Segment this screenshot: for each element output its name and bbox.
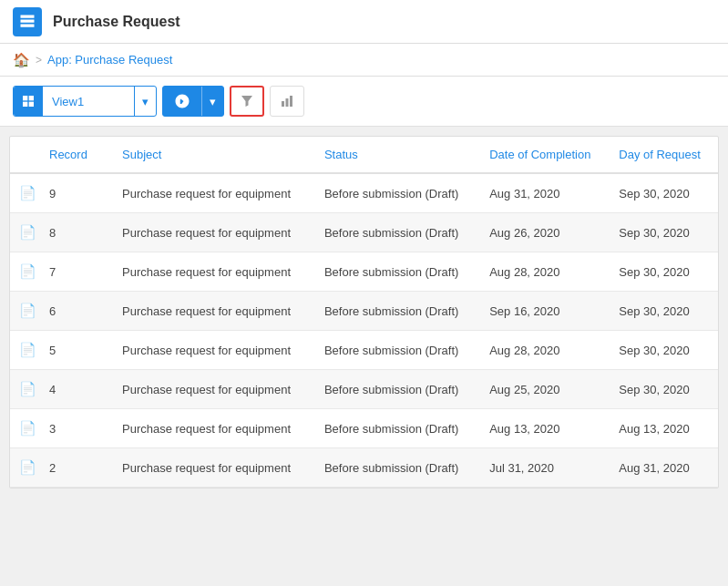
col-header-record[interactable]: Record	[40, 137, 113, 173]
row-status: Before submission (Draft)	[315, 252, 480, 292]
table-row[interactable]: 📄 2 Purchase request for equipment Befor…	[10, 448, 718, 488]
row-doc-icon: 📄	[10, 370, 40, 409]
toolbar: View1 ▾ ▾	[0, 77, 728, 127]
row-status: Before submission (Draft)	[315, 292, 480, 331]
row-doc-icon: 📄	[10, 252, 40, 292]
title-bar: Purchase Request	[0, 0, 728, 44]
row-subject: Purchase request for equipment	[113, 448, 315, 488]
chart-button[interactable]	[270, 86, 304, 117]
home-icon[interactable]: 🏠	[13, 52, 30, 68]
row-record-num: 6	[40, 292, 113, 331]
action-chevron[interactable]: ▾	[202, 87, 223, 116]
row-status: Before submission (Draft)	[315, 213, 480, 252]
row-subject: Purchase request for equipment	[113, 173, 315, 213]
filter-button[interactable]	[230, 86, 264, 117]
row-record-num: 5	[40, 331, 113, 370]
svg-rect-6	[286, 98, 289, 107]
row-date-completion: Sep 16, 2020	[480, 292, 610, 331]
action-btn-group[interactable]: ▾	[162, 86, 224, 117]
row-date-completion: Aug 28, 2020	[480, 331, 610, 370]
row-doc-icon: 📄	[10, 331, 40, 370]
breadcrumb-link[interactable]: App: Purchase Request	[47, 53, 172, 67]
col-header-icon	[10, 137, 40, 173]
table-row[interactable]: 📄 9 Purchase request for equipment Befor…	[10, 173, 718, 213]
row-date-completion: Jul 31, 2020	[480, 448, 610, 488]
app-title: Purchase Request	[53, 14, 180, 30]
row-day-request: Sep 30, 2020	[610, 173, 718, 213]
row-date-completion: Aug 26, 2020	[480, 213, 610, 252]
col-header-status[interactable]: Status	[315, 137, 480, 173]
view-grid-icon[interactable]	[14, 87, 43, 116]
col-header-day-request[interactable]: Day of Request	[610, 137, 718, 173]
row-doc-icon: 📄	[10, 173, 40, 213]
row-record-num: 4	[40, 370, 113, 409]
action-main-btn[interactable]	[163, 87, 201, 116]
svg-rect-5	[282, 101, 284, 107]
row-day-request: Sep 30, 2020	[610, 370, 718, 409]
row-date-completion: Aug 31, 2020	[480, 173, 610, 213]
row-status: Before submission (Draft)	[315, 331, 480, 370]
view-name: View1	[43, 87, 134, 116]
row-day-request: Sep 30, 2020	[610, 252, 718, 292]
row-status: Before submission (Draft)	[315, 409, 480, 448]
row-date-completion: Aug 25, 2020	[480, 370, 610, 409]
app-icon	[13, 7, 42, 36]
row-subject: Purchase request for equipment	[113, 409, 315, 448]
row-record-num: 8	[40, 213, 113, 252]
data-table: Record Subject Status Date of Completion…	[10, 137, 718, 488]
table-header-row: Record Subject Status Date of Completion…	[10, 137, 718, 173]
svg-rect-1	[29, 96, 34, 100]
table-row[interactable]: 📄 7 Purchase request for equipment Befor…	[10, 252, 718, 292]
row-day-request: Aug 13, 2020	[610, 409, 718, 448]
row-subject: Purchase request for equipment	[113, 331, 315, 370]
row-record-num: 9	[40, 173, 113, 213]
table-row[interactable]: 📄 8 Purchase request for equipment Befor…	[10, 213, 718, 252]
breadcrumb-bar: 🏠 > App: Purchase Request	[0, 44, 728, 77]
main-content: Record Subject Status Date of Completion…	[9, 136, 719, 488]
row-record-num: 3	[40, 409, 113, 448]
row-status: Before submission (Draft)	[315, 448, 480, 488]
svg-rect-2	[23, 102, 27, 107]
row-subject: Purchase request for equipment	[113, 370, 315, 409]
row-subject: Purchase request for equipment	[113, 252, 315, 292]
table-row[interactable]: 📄 6 Purchase request for equipment Befor…	[10, 292, 718, 331]
breadcrumb-separator: >	[36, 54, 42, 67]
row-doc-icon: 📄	[10, 292, 40, 331]
view-chevron[interactable]: ▾	[134, 87, 156, 116]
svg-rect-7	[290, 96, 292, 107]
row-record-num: 2	[40, 448, 113, 488]
row-subject: Purchase request for equipment	[113, 213, 315, 252]
row-day-request: Sep 30, 2020	[610, 331, 718, 370]
row-day-request: Sep 30, 2020	[610, 292, 718, 331]
svg-rect-3	[29, 102, 34, 107]
table-row[interactable]: 📄 3 Purchase request for equipment Befor…	[10, 409, 718, 448]
row-date-completion: Aug 28, 2020	[480, 252, 610, 292]
col-header-subject[interactable]: Subject	[113, 137, 315, 173]
row-doc-icon: 📄	[10, 213, 40, 252]
col-header-date-completion[interactable]: Date of Completion	[480, 137, 610, 173]
row-record-num: 7	[40, 252, 113, 292]
view-selector[interactable]: View1 ▾	[13, 86, 157, 117]
svg-rect-0	[23, 96, 27, 100]
row-date-completion: Aug 13, 2020	[480, 409, 610, 448]
row-status: Before submission (Draft)	[315, 173, 480, 213]
table-row[interactable]: 📄 5 Purchase request for equipment Befor…	[10, 331, 718, 370]
row-day-request: Aug 31, 2020	[610, 448, 718, 488]
row-status: Before submission (Draft)	[315, 370, 480, 409]
row-doc-icon: 📄	[10, 448, 40, 488]
row-day-request: Sep 30, 2020	[610, 213, 718, 252]
table-row[interactable]: 📄 4 Purchase request for equipment Befor…	[10, 370, 718, 409]
row-subject: Purchase request for equipment	[113, 292, 315, 331]
row-doc-icon: 📄	[10, 409, 40, 448]
